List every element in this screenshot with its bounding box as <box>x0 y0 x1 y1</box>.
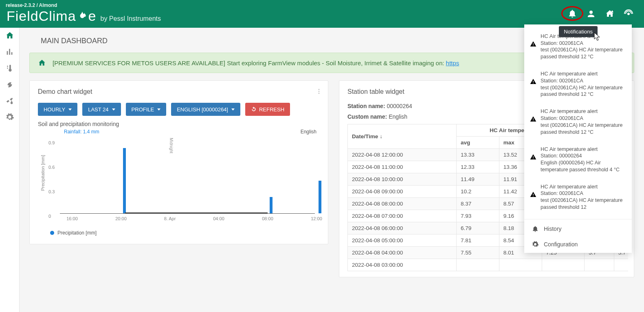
notification-item[interactable]: HC Air temperature alertStation: 002061C… <box>524 104 632 141</box>
top-icons <box>567 9 637 20</box>
refresh-label: REFRESH <box>259 106 284 113</box>
col-datetime[interactable]: Date/Time↓ <box>348 124 457 149</box>
broadcast-icon[interactable] <box>624 9 633 19</box>
brand-subtitle: by Pessl Instruments <box>101 15 161 22</box>
house-alert-icon[interactable] <box>605 9 615 19</box>
cell: 2022-04-08 04:00:00 <box>348 247 457 259</box>
chart-subtitle: Soil and precipitation monitoring <box>38 121 320 127</box>
cell: 2022-04-08 06:00:00 <box>348 222 457 235</box>
cell: 8.37 <box>457 198 499 210</box>
leaves-icon[interactable] <box>5 80 14 89</box>
last24-label: LAST 24 <box>88 106 108 113</box>
cell: 2022-04-08 09:00:00 <box>348 186 457 198</box>
notification-station: Station: 002061CA <box>541 77 626 84</box>
warning-icon <box>530 154 536 160</box>
bar[interactable] <box>270 197 273 213</box>
table-row[interactable]: 2022-04-08 03:00:00 <box>348 259 629 271</box>
caret-icon <box>157 108 160 111</box>
brand-logo: FieldClima e <box>7 8 97 24</box>
cell: 7.93 <box>457 210 499 222</box>
house-icon <box>37 59 47 67</box>
notification-body: test (002061CA) HC Air temperature passe… <box>541 46 626 60</box>
bell-icon <box>532 225 539 232</box>
cell: 12.33 <box>457 161 499 173</box>
leaf-icon <box>77 11 88 21</box>
x-tick: 08:00 <box>262 216 273 221</box>
baseline <box>60 213 315 214</box>
svg-point-5 <box>319 93 320 94</box>
brand-text-a: FieldClima <box>7 8 76 24</box>
y-tick: 0.6 <box>48 165 55 170</box>
notification-item[interactable]: HC Air temperature alertStation: 0000026… <box>524 142 632 179</box>
notification-title: HC Air temperature alert <box>541 70 626 77</box>
last24-button[interactable]: LAST 24 <box>82 103 121 116</box>
notifications-button[interactable] <box>567 9 577 20</box>
y-tick: 0 <box>48 214 51 219</box>
chart-widget-title: Demo chart widget <box>38 88 320 95</box>
cell: 2022-04-08 05:00:00 <box>348 235 457 247</box>
cell: 6.79 <box>457 222 499 235</box>
gear-icon <box>532 241 539 248</box>
banner-link[interactable]: https <box>446 60 459 66</box>
configuration-link[interactable]: Configuration <box>524 237 632 252</box>
history-link[interactable]: History <box>524 221 632 237</box>
notification-item[interactable]: HC Air temperature alertStation: 002061C… <box>524 179 632 217</box>
sort-desc-icon: ↓ <box>380 133 382 139</box>
cell: 2022-04-08 12:00:00 <box>348 149 457 161</box>
x-tick: 12:00 <box>311 216 322 221</box>
cell: 2022-04-08 10:00:00 <box>348 173 457 186</box>
profile-button[interactable]: PROFILE <box>126 103 167 116</box>
x-tick: 16:00 <box>66 216 78 221</box>
chart-toolbar: HOURLY LAST 24 PROFILE ENGLISH [00000264… <box>38 103 320 116</box>
thermometer-icon[interactable] <box>5 64 14 73</box>
svg-point-1 <box>7 66 8 67</box>
station-name-label: Station name: <box>347 103 387 109</box>
bar[interactable] <box>319 181 321 213</box>
cell: 2022-04-08 11:00:00 <box>348 161 457 173</box>
chart-legend: Precipitation [mm] <box>50 230 320 236</box>
banner-message: [PREMIUM SERVICES FOR METOS USERS ARE AV… <box>53 60 446 66</box>
zero-line <box>125 212 268 213</box>
svg-point-2 <box>7 68 8 69</box>
caret-icon <box>68 108 72 111</box>
col-avg[interactable]: avg <box>457 137 499 149</box>
chart-plot[interactable]: Rainfall: 1.4 mm English Precipitation [… <box>48 131 320 224</box>
y-tick: 0.3 <box>48 189 55 194</box>
bell-icon <box>567 9 577 18</box>
kebab-icon[interactable] <box>316 88 322 95</box>
chart-widget: Demo chart widget HOURLY LAST 24 PROFILE… <box>29 80 328 244</box>
banner-text: [PREMIUM SERVICES FOR METOS USERS ARE AV… <box>53 60 459 66</box>
notifications-footer: History Configuration <box>524 219 632 252</box>
cell <box>585 259 614 271</box>
cell: 7.81 <box>457 235 499 247</box>
x-tick: 8. Apr <box>164 216 176 221</box>
notification-body: test (002061CA) HC Air temperature passe… <box>541 122 626 136</box>
home-icon[interactable] <box>5 31 14 40</box>
legend-dot-icon <box>50 231 54 235</box>
bar[interactable] <box>123 148 126 213</box>
notification-item[interactable]: HC Air temperature alertStation: 002061C… <box>524 66 632 104</box>
notifications-list: HC Air temperature a...Station: 002061CA… <box>524 29 632 217</box>
notification-body: test (002061CA) HC Air temperature passe… <box>541 84 626 98</box>
bar-chart-icon[interactable] <box>5 47 14 56</box>
refresh-button[interactable]: REFRESH <box>245 103 290 116</box>
station-name-value: 00000264 <box>387 103 412 109</box>
cell <box>457 259 499 271</box>
caret-icon <box>112 108 115 111</box>
cell: 10.2 <box>457 186 499 198</box>
user-icon[interactable] <box>586 9 596 19</box>
notification-station: Station: 002061CA <box>541 40 626 47</box>
brand-text-b: e <box>88 8 97 24</box>
notification-body: English (00000264) HC Air temperature pa… <box>541 159 626 173</box>
notification-title: HC Air temperature alert <box>541 108 626 115</box>
watering-icon[interactable] <box>5 96 14 105</box>
hourly-button[interactable]: HOURLY <box>38 103 77 116</box>
cell <box>499 259 542 271</box>
gear-icon[interactable] <box>5 113 14 122</box>
station-button[interactable]: ENGLISH [00000264] <box>171 103 240 116</box>
y-tick: 0.9 <box>48 140 55 145</box>
side-nav <box>0 28 20 312</box>
brand: FieldClima e by Pessl Instruments <box>7 8 161 24</box>
notification-body: test (002061CA) HC Air temperature passe… <box>541 197 626 211</box>
caret-icon <box>231 108 235 111</box>
